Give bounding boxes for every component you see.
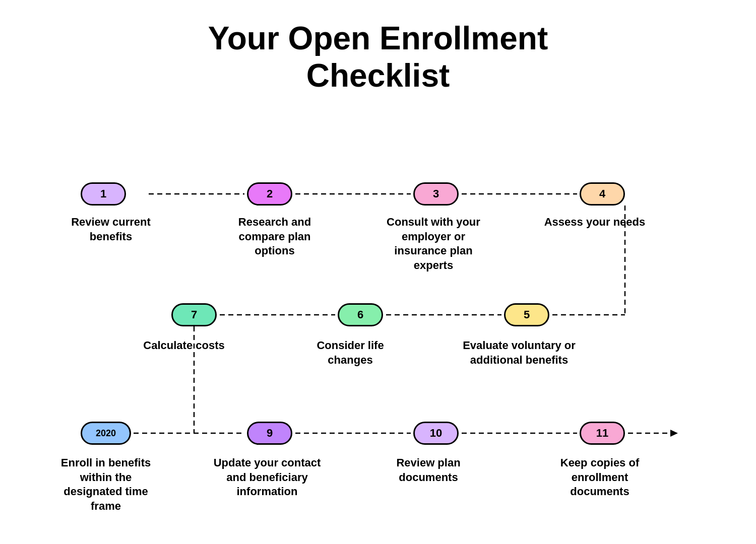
node-2: 2 (247, 182, 292, 206)
title-line2: Checklist (306, 57, 450, 94)
node-10: 10 (413, 422, 459, 445)
label-1: Review current benefits (55, 215, 166, 244)
node-5: 5 (504, 303, 549, 326)
label-11: Keep copies of enrollment documents (544, 456, 655, 499)
node-6: 6 (338, 303, 383, 326)
node-2020: 2020 (81, 422, 131, 445)
label-4: Assess your needs (539, 215, 650, 230)
node-3: 3 (413, 182, 459, 206)
node-1: 1 (81, 182, 126, 206)
title-line1: Your Open Enrollment (208, 20, 548, 56)
node-9: 9 (247, 422, 292, 445)
page: Your Open Enrollment Checklist (0, 0, 756, 544)
label-3: Consult with your employer or insurance … (378, 215, 489, 273)
label-5: Evaluate voluntary or additional benefit… (459, 338, 580, 367)
label-7: Calculate costs (134, 338, 234, 353)
node-11: 11 (580, 422, 625, 445)
page-title: Your Open Enrollment Checklist (208, 20, 548, 94)
node-7: 7 (171, 303, 217, 326)
label-2020: Enroll in benefits within the designated… (50, 456, 161, 513)
label-6: Consider life changes (300, 338, 401, 367)
label-9: Update your contact and beneficiary info… (212, 456, 323, 499)
label-2: Research and compare plan options (219, 215, 330, 258)
svg-marker-12 (670, 430, 678, 437)
node-4: 4 (580, 182, 625, 206)
label-10: Review plan documents (378, 456, 479, 485)
diagram: 1 2 3 4 7 6 5 2020 9 10 11 (35, 109, 721, 502)
